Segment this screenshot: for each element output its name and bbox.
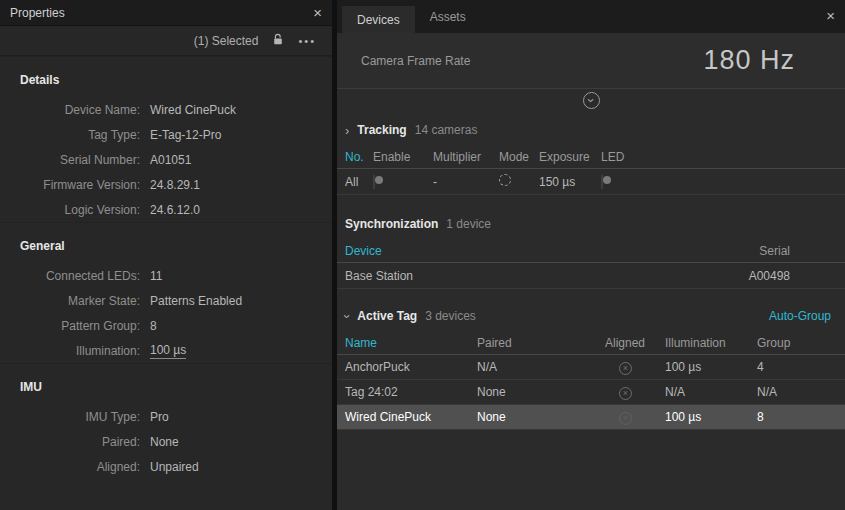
- illumination-field[interactable]: 100 µs: [150, 343, 186, 359]
- aligned-x-icon: ×: [619, 387, 632, 400]
- selection-bar: (1) Selected •••: [0, 26, 332, 56]
- pattern-group-value: 8: [150, 319, 157, 333]
- section-title: IMU: [0, 370, 332, 404]
- col-header-group[interactable]: Group: [757, 336, 845, 350]
- tracking-table-header: No. Enable Multiplier Mode Exposure LED: [337, 145, 845, 169]
- property-row: Pattern Group: 8: [0, 313, 332, 338]
- chevron-down-icon[interactable]: ›: [341, 314, 354, 318]
- col-header-multiplier[interactable]: Multiplier: [433, 150, 499, 164]
- tag-type-value: E-Tag-12-Pro: [150, 128, 221, 142]
- property-label: Pattern Group:: [0, 319, 140, 333]
- tracking-all-row[interactable]: All - 150 µs: [337, 169, 845, 195]
- devices-panel: Devices Assets × Camera Frame Rate 180 H…: [337, 0, 845, 510]
- firmware-version-value: 24.8.29.1: [150, 178, 200, 192]
- multiplier-value[interactable]: -: [433, 175, 499, 189]
- property-row: Device Name: Wired CinePuck: [0, 97, 332, 122]
- aligned-x-icon: ×: [619, 412, 632, 425]
- table-row[interactable]: AnchorPuck N/A × 100 µs 4: [337, 355, 845, 380]
- collapse-chevron-icon[interactable]: ›: [583, 92, 600, 109]
- lock-icon[interactable]: [272, 33, 284, 49]
- serial-number-value: A01051: [150, 153, 191, 167]
- sync-count: 1 device: [446, 217, 491, 231]
- camera-frame-rate-block: Camera Frame Rate 180 Hz: [337, 33, 845, 89]
- sync-table-header: Device Serial: [337, 239, 845, 263]
- col-header-illumination[interactable]: Illumination: [665, 336, 757, 350]
- selection-count-label: (1) Selected: [194, 34, 259, 48]
- col-header-aligned[interactable]: Aligned: [605, 336, 665, 350]
- col-header-name[interactable]: Name: [345, 336, 477, 350]
- col-header-paired[interactable]: Paired: [477, 336, 605, 350]
- sync-device-serial: A00498: [749, 269, 790, 283]
- property-row: Logic Version: 24.6.12.0: [0, 197, 332, 222]
- imu-aligned-value: Unpaired: [150, 460, 199, 474]
- device-name-cell: Wired CinePuck: [345, 410, 477, 424]
- properties-panel-title: Properties: [10, 6, 65, 20]
- properties-titlebar[interactable]: Properties ×: [0, 0, 332, 26]
- aligned-x-icon: ×: [619, 362, 632, 375]
- property-row: Serial Number: A01051: [0, 147, 332, 172]
- close-icon[interactable]: ×: [826, 8, 835, 23]
- col-header-device[interactable]: Device: [345, 244, 759, 258]
- sync-row-base-station[interactable]: Base Station A00498: [337, 263, 845, 289]
- group-cell: 8: [757, 410, 845, 424]
- led-toggle[interactable]: [601, 174, 603, 190]
- group-cell: 4: [757, 360, 845, 374]
- property-row: Aligned: Unpaired: [0, 454, 332, 479]
- sync-device-name: Base Station: [345, 269, 749, 283]
- tracking-title: Tracking: [357, 123, 406, 137]
- frame-rate-value: 180 Hz: [703, 45, 795, 76]
- illumination-cell: N/A: [665, 385, 757, 399]
- tab-bar: Devices Assets ×: [337, 0, 845, 33]
- property-row: Marker State: Patterns Enabled: [0, 288, 332, 313]
- chevron-right-icon[interactable]: ›: [345, 124, 349, 137]
- table-row[interactable]: Tag 24:02 None × N/A N/A: [337, 380, 845, 405]
- active-tag-section-header[interactable]: › Active Tag 3 devices Auto-Group: [337, 297, 845, 331]
- property-label: Firmware Version:: [0, 178, 140, 192]
- property-label: Serial Number:: [0, 153, 140, 167]
- section-general: General Connected LEDs: 11 Marker State:…: [0, 222, 332, 363]
- device-name-cell: AnchorPuck: [345, 360, 477, 374]
- active-tag-count: 3 devices: [425, 309, 476, 323]
- tab-assets-label: Assets: [430, 10, 466, 24]
- col-header-led[interactable]: LED: [601, 150, 845, 164]
- col-header-enable[interactable]: Enable: [373, 150, 433, 164]
- property-row: Connected LEDs: 11: [0, 263, 332, 288]
- app-window: Properties × (1) Selected ••• Details De…: [0, 0, 845, 510]
- section-details: Details Device Name: Wired CinePuck Tag …: [0, 56, 332, 222]
- col-header-exposure[interactable]: Exposure: [539, 150, 601, 164]
- property-row: Paired: None: [0, 429, 332, 454]
- close-icon[interactable]: ×: [313, 5, 322, 20]
- property-row: IMU Type: Pro: [0, 404, 332, 429]
- active-tag-table-header: Name Paired Aligned Illumination Group: [337, 331, 845, 355]
- device-name-value: Wired CinePuck: [150, 103, 236, 117]
- tab-assets[interactable]: Assets: [415, 0, 481, 33]
- col-header-serial[interactable]: Serial: [759, 244, 790, 258]
- mode-icon[interactable]: [499, 174, 511, 186]
- paired-cell: N/A: [477, 360, 605, 374]
- paired-cell: None: [477, 385, 605, 399]
- exposure-value[interactable]: 150 µs: [539, 175, 601, 189]
- illumination-cell: 100 µs: [665, 410, 757, 424]
- more-options-icon[interactable]: •••: [298, 35, 316, 47]
- tracking-section-header[interactable]: › Tracking 14 cameras: [337, 111, 845, 145]
- sync-section-header[interactable]: Synchronization 1 device: [337, 205, 845, 239]
- frame-rate-label: Camera Frame Rate: [361, 54, 470, 68]
- auto-group-button[interactable]: Auto-Group: [769, 309, 835, 323]
- tab-devices[interactable]: Devices: [342, 6, 415, 33]
- property-row: Tag Type: E-Tag-12-Pro: [0, 122, 332, 147]
- logic-version-value: 24.6.12.0: [150, 203, 200, 217]
- property-label: Illumination:: [0, 344, 140, 358]
- marker-state-value: Patterns Enabled: [150, 294, 242, 308]
- connected-leds-value: 11: [150, 269, 162, 283]
- property-label: Paired:: [0, 435, 140, 449]
- enable-toggle[interactable]: [373, 174, 375, 190]
- property-label: Aligned:: [0, 460, 140, 474]
- col-header-mode[interactable]: Mode: [499, 150, 539, 164]
- section-imu: IMU IMU Type: Pro Paired: None Aligned: …: [0, 363, 332, 479]
- sync-title: Synchronization: [345, 217, 438, 231]
- imu-paired-value: None: [150, 435, 179, 449]
- property-row: Firmware Version: 24.8.29.1: [0, 172, 332, 197]
- table-row-selected[interactable]: Wired CinePuck None × 100 µs 8: [337, 405, 845, 430]
- col-header-no[interactable]: No.: [345, 150, 373, 164]
- section-title: General: [0, 229, 332, 263]
